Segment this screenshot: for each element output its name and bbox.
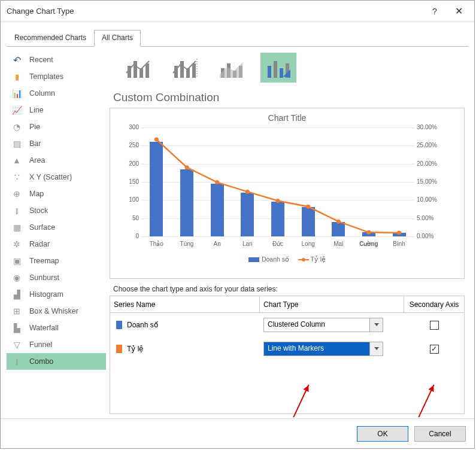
- sidebar-item-column[interactable]: 📊Column: [7, 85, 106, 102]
- titlebar: Change Chart Type ? ✕: [1, 1, 474, 22]
- sidebar-label: Area: [29, 156, 102, 165]
- ok-button[interactable]: OK: [357, 426, 408, 442]
- sidebar-item-box-whisker[interactable]: ⊞Box & Whisker: [7, 303, 106, 320]
- column-icon: 📊: [10, 89, 23, 98]
- svg-point-27: [397, 230, 401, 235]
- secondary-axis-checkbox[interactable]: [430, 321, 439, 330]
- subtype-heading: Custom Combination: [113, 91, 468, 104]
- recent-icon: ↶: [10, 54, 23, 66]
- sidebar-item-x-y-scatter-[interactable]: ∵X Y (Scatter): [7, 169, 106, 186]
- map-icon: ⊕: [10, 189, 23, 199]
- svg-marker-29: [374, 347, 379, 350]
- chart-preview: Chart Title 0501001502002503000.00%5.00%…: [110, 108, 465, 279]
- svg-rect-3: [145, 63, 149, 78]
- dropdown-value: Line with Markers: [264, 342, 369, 355]
- sidebar-item-templates[interactable]: ▮Templates: [7, 68, 106, 85]
- box-icon: ⊞: [10, 306, 23, 316]
- dialog-footer: OK Cancel: [1, 418, 474, 448]
- sidebar-label: Line: [29, 106, 102, 114]
- sidebar-item-area[interactable]: ▲Area: [7, 152, 106, 169]
- svg-rect-15: [274, 61, 277, 78]
- combo-thumb-custom[interactable]: [260, 53, 296, 83]
- sidebar-item-line[interactable]: 📈Line: [7, 102, 106, 118]
- svg-rect-5: [180, 61, 184, 78]
- combo-subtype-thumbs: [110, 50, 468, 91]
- sidebar-label: Box & Whisker: [29, 307, 102, 315]
- chevron-down-icon: [369, 318, 383, 332]
- sidebar-label: Funnel: [29, 340, 102, 349]
- histogram-icon: ▟: [10, 290, 23, 299]
- series-grid: Series Name Chart Type Secondary Axis Do…: [110, 296, 465, 414]
- sunburst-icon: ◉: [10, 273, 23, 282]
- sidebar-label: Stock: [29, 206, 102, 215]
- grid-header: Series Name Chart Type Secondary Axis: [110, 296, 464, 313]
- svg-point-23: [276, 199, 280, 203]
- legend-swatch-bar: [248, 257, 259, 262]
- svg-point-22: [245, 190, 250, 194]
- main-panel: Custom Combination Chart Title 050100150…: [106, 47, 468, 413]
- funnel-icon: ▽: [10, 340, 23, 349]
- col-series-name: Series Name: [110, 296, 260, 312]
- svg-point-20: [185, 165, 189, 169]
- sidebar-item-histogram[interactable]: ▟Histogram: [7, 286, 106, 303]
- radar-icon: ✲: [10, 239, 23, 249]
- sidebar-item-radar[interactable]: ✲Radar: [7, 236, 106, 253]
- tab-divider: [7, 46, 468, 47]
- tab-all-charts[interactable]: All Charts: [94, 30, 141, 47]
- tab-recommended[interactable]: Recommended Charts: [7, 30, 94, 47]
- combo-thumb-2[interactable]: [167, 53, 203, 83]
- pie-icon: ◔: [10, 122, 23, 132]
- area-icon: ▲: [10, 156, 23, 165]
- dropdown-value: Clustered Column: [264, 318, 369, 332]
- svg-point-21: [215, 180, 219, 184]
- col-chart-type: Chart Type: [260, 296, 404, 312]
- series-row-1[interactable]: Tỷ lệLine with Markers: [110, 337, 464, 361]
- sidebar-label: X Y (Scatter): [29, 173, 102, 181]
- sidebar-item-waterfall[interactable]: ▙Waterfall: [7, 320, 106, 336]
- close-button[interactable]: ✕: [447, 5, 471, 17]
- series-color-swatch: [116, 345, 122, 353]
- sidebar-label: Surface: [29, 223, 102, 232]
- sidebar-item-sunburst[interactable]: ◉Sunburst: [7, 269, 106, 286]
- legend-swatch-line: [298, 259, 309, 260]
- sidebar-label: Combo: [29, 357, 102, 366]
- combo-icon: ⫿: [10, 357, 23, 366]
- sidebar-item-funnel[interactable]: ▽Funnel: [7, 336, 106, 353]
- sidebar-label: Radar: [29, 240, 102, 248]
- chart: Chart Title 0501001502002503000.00%5.00%…: [114, 113, 460, 265]
- chevron-down-icon: [369, 342, 383, 355]
- sidebar-label: Treemap: [29, 257, 102, 265]
- chart-title: Chart Title: [114, 113, 460, 123]
- svg-rect-14: [268, 66, 271, 78]
- help-button[interactable]: ?: [423, 7, 447, 16]
- svg-point-25: [336, 220, 341, 224]
- combo-thumb-1[interactable]: [120, 53, 156, 83]
- sidebar-item-treemap[interactable]: ▣Treemap: [7, 253, 106, 269]
- chart-plot: 0501001502002503000.00%5.00%10.00%15.00%…: [141, 127, 414, 236]
- sidebar-item-pie[interactable]: ◔Pie: [7, 118, 106, 135]
- treemap-icon: ▣: [10, 256, 23, 266]
- chart-legend: Doanh số Tỷ lệ: [114, 256, 460, 263]
- change-chart-type-dialog: Change Chart Type ? ✕ Recommended Charts…: [0, 0, 475, 449]
- bar-icon: ▤: [10, 139, 23, 148]
- cancel-button[interactable]: Cancel: [414, 426, 466, 442]
- sidebar-item-combo[interactable]: ⫿Combo: [7, 353, 106, 370]
- combo-thumb-3[interactable]: [214, 53, 250, 83]
- stock-icon: ⫿: [10, 206, 23, 215]
- secondary-axis-checkbox[interactable]: [430, 345, 439, 354]
- scatter-icon: ∵: [10, 172, 23, 182]
- chart-type-dropdown[interactable]: Line with Markers: [263, 342, 383, 356]
- sidebar-label: Histogram: [29, 290, 102, 299]
- chart-type-dropdown[interactable]: Clustered Column: [263, 318, 383, 332]
- sidebar-label: Waterfall: [29, 324, 102, 332]
- sidebar-item-map[interactable]: ⊕Map: [7, 186, 106, 202]
- sidebar-item-stock[interactable]: ⫿Stock: [7, 202, 106, 219]
- sidebar-label: Bar: [29, 139, 102, 148]
- sidebar-item-bar[interactable]: ▤Bar: [7, 135, 106, 152]
- series-color-swatch: [116, 321, 122, 329]
- svg-rect-7: [192, 63, 196, 78]
- series-row-0[interactable]: Doanh sốClustered Column: [110, 313, 464, 337]
- svg-marker-28: [374, 323, 379, 326]
- sidebar-item-recent[interactable]: ↶Recent: [7, 51, 106, 68]
- sidebar-item-surface[interactable]: ▦Surface: [7, 219, 106, 236]
